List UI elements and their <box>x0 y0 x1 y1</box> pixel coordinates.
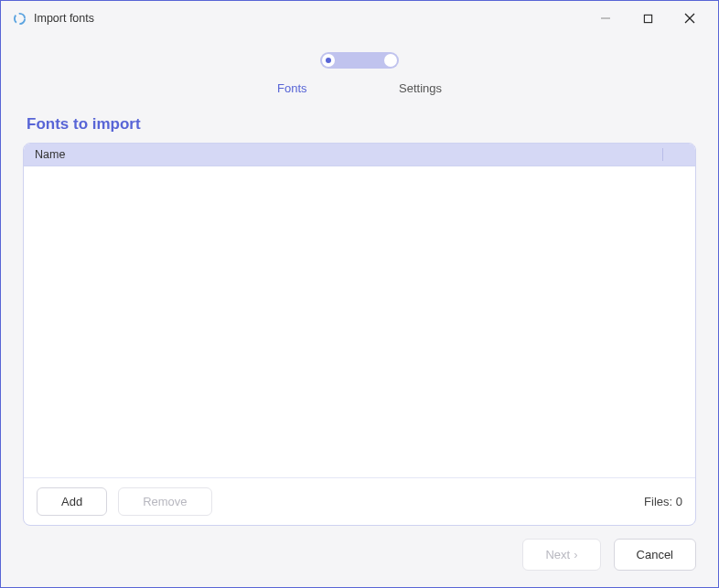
tab-fonts[interactable]: Fonts <box>277 81 307 95</box>
table-body <box>24 166 695 477</box>
remove-button: Remove <box>118 487 211 516</box>
dialog-footer: Next› Cancel <box>522 539 696 571</box>
next-label: Next <box>545 548 570 561</box>
maximize-button[interactable] <box>627 4 669 33</box>
tab-settings[interactable]: Settings <box>399 81 442 95</box>
toggle-knob-settings <box>384 54 397 67</box>
tab-toggle[interactable] <box>320 52 399 69</box>
svg-rect-2 <box>644 15 651 22</box>
window-title: Import fonts <box>34 12 585 25</box>
fonts-panel: Name Add Remove Files: 0 <box>23 143 696 526</box>
window-controls <box>585 4 711 33</box>
app-icon <box>12 11 27 26</box>
column-spacer <box>662 148 684 161</box>
table-footer: Add Remove Files: 0 <box>24 477 695 525</box>
add-button[interactable]: Add <box>37 487 107 516</box>
files-count: Files: 0 <box>644 495 682 508</box>
titlebar: Import fonts <box>1 1 718 36</box>
svg-point-0 <box>14 13 24 23</box>
chevron-right-icon: › <box>574 548 577 561</box>
section-heading: Fonts to import <box>27 115 718 134</box>
close-button[interactable] <box>669 4 711 33</box>
table-header: Name <box>24 144 695 166</box>
toggle-knob-fonts <box>322 54 335 67</box>
tab-toggle-area: Fonts Settings <box>1 52 718 95</box>
next-button: Next› <box>522 539 600 571</box>
minimize-button[interactable] <box>585 4 627 33</box>
cancel-button[interactable]: Cancel <box>614 539 696 571</box>
column-name[interactable]: Name <box>35 148 662 161</box>
